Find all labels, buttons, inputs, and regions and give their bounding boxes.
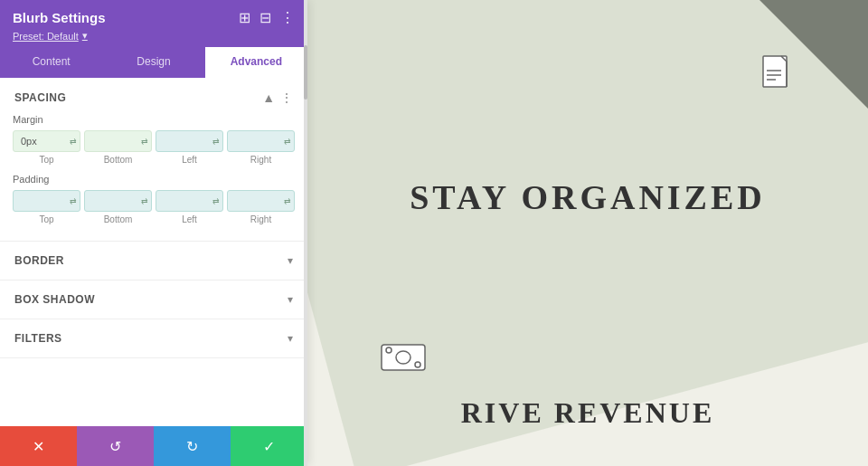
margin-bottom-link-icon[interactable]: ⇄ <box>141 137 148 146</box>
layout-icon[interactable]: ⊟ <box>259 9 271 26</box>
margin-left-link-icon[interactable]: ⇄ <box>212 137 220 146</box>
svg-rect-4 <box>382 345 425 370</box>
padding-left-link-icon[interactable]: ⇄ <box>212 196 220 205</box>
margin-row: ⇄ Top ⇄ Bottom ⇄ <box>13 130 295 165</box>
more-options-icon[interactable]: ⋮ <box>280 90 293 105</box>
tab-advanced[interactable]: Advanced <box>205 47 307 78</box>
padding-row: ⇄ Top ⇄ Bottom ⇄ <box>13 190 295 224</box>
margin-right-group: ⇄ Right <box>227 130 295 165</box>
border-title: Border <box>14 254 64 267</box>
redo-icon: ↻ <box>186 438 198 455</box>
margin-bottom-label: Bottom <box>104 155 133 165</box>
padding-bottom-link-icon[interactable]: ⇄ <box>141 196 148 205</box>
expand-icon[interactable]: ⊞ <box>239 9 250 26</box>
border-chevron-icon: ▾ <box>288 254 293 267</box>
scroll-thumb[interactable] <box>304 45 307 100</box>
filters-title: Filters <box>14 332 62 345</box>
drive-revenue-text: RIVE REVENUE <box>461 396 714 430</box>
undo-button[interactable]: ↺ <box>77 426 154 466</box>
svg-rect-0 <box>763 56 787 87</box>
redo-button[interactable]: ↻ <box>154 426 231 466</box>
padding-top-label: Top <box>39 214 53 224</box>
tabs-bar: Content Design Advanced <box>0 47 307 78</box>
border-section[interactable]: Border ▾ <box>0 242 307 281</box>
margin-right-link-icon[interactable]: ⇄ <box>284 137 291 146</box>
padding-left-group: ⇄ Left <box>156 190 223 224</box>
more-icon[interactable]: ⋮ <box>280 9 295 26</box>
padding-left-label: Left <box>182 214 197 224</box>
save-button[interactable]: ✓ <box>231 426 307 466</box>
panel-body: Spacing ▲ ⋮ Margin ⇄ Top <box>0 78 307 426</box>
padding-top-link-icon[interactable]: ⇄ <box>70 196 77 205</box>
padding-label: Padding <box>13 174 295 185</box>
padding-top-group: ⇄ Top <box>13 190 80 224</box>
header-icons: ⊞ ⊟ ⋮ <box>239 9 295 26</box>
padding-right-link-icon[interactable]: ⇄ <box>284 196 291 205</box>
document-icon <box>760 54 796 103</box>
settings-panel: 1 Blurb Settings ⊞ ⊟ ⋮ Preset: Default ▾… <box>0 0 307 466</box>
margin-top-link-icon[interactable]: ⇄ <box>70 137 77 146</box>
panel-title: Blurb Settings <box>13 10 106 25</box>
padding-bottom-group: ⇄ Bottom <box>84 190 152 224</box>
cancel-button[interactable]: ✕ <box>0 426 77 466</box>
scroll-divider <box>304 0 307 466</box>
margin-left-label: Left <box>182 155 197 165</box>
margin-right-label: Right <box>250 155 271 165</box>
spacing-title: Spacing <box>14 91 66 104</box>
tab-content[interactable]: Content <box>0 47 102 78</box>
spacing-content: Margin ⇄ Top ⇄ Bottom <box>0 114 307 241</box>
padding-bottom-label: Bottom <box>104 214 133 224</box>
spacing-section-header[interactable]: Spacing ▲ ⋮ <box>0 78 307 114</box>
preset-label[interactable]: Preset: Default ▾ <box>13 30 295 42</box>
margin-left-group: ⇄ Left <box>156 130 223 165</box>
margin-top-label: Top <box>39 155 53 165</box>
stay-organized-text: STAY ORGANIZED <box>410 177 766 217</box>
margin-top-group: ⇄ Top <box>13 130 80 165</box>
collapse-icon[interactable]: ▲ <box>262 90 275 105</box>
panel-footer: ✕ ↺ ↻ ✓ <box>0 426 307 466</box>
margin-label: Margin <box>13 114 295 125</box>
tab-design[interactable]: Design <box>102 47 204 78</box>
box-shadow-section[interactable]: Box Shadow ▾ <box>0 281 307 319</box>
padding-right-label: Right <box>250 214 271 224</box>
panel-header: Blurb Settings ⊞ ⊟ ⋮ Preset: Default ▾ <box>0 0 307 47</box>
box-shadow-chevron-icon: ▾ <box>288 293 293 306</box>
undo-icon: ↺ <box>109 438 121 455</box>
money-icon <box>380 343 427 376</box>
save-icon: ✓ <box>263 438 275 455</box>
margin-bottom-group: ⇄ Bottom <box>84 130 152 165</box>
section-controls: ▲ ⋮ <box>262 90 293 105</box>
cancel-icon: ✕ <box>33 438 44 455</box>
box-shadow-title: Box Shadow <box>14 293 95 306</box>
spacing-section: Spacing ▲ ⋮ Margin ⇄ Top <box>0 78 307 242</box>
content-area: STAY ORGANIZED RIVE REVENUE <box>307 0 868 466</box>
filters-section[interactable]: Filters ▾ <box>0 319 307 358</box>
filters-chevron-icon: ▾ <box>288 332 293 345</box>
padding-right-group: ⇄ Right <box>227 190 295 224</box>
